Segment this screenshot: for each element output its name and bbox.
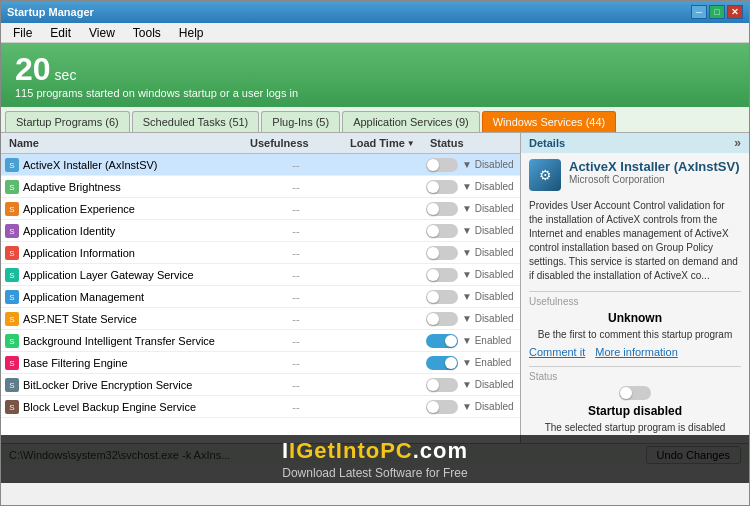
row-name: S Background Intelligent Transfer Servic… <box>5 333 246 349</box>
header-description: 115 programs started on windows startup … <box>15 87 735 99</box>
watermark-suffix: .com <box>413 438 468 463</box>
toggle-knob <box>427 269 439 281</box>
status-dropdown: ▼ Disabled <box>462 401 514 412</box>
status-main: Startup disabled <box>529 404 741 418</box>
row-status: ▼ Disabled <box>426 180 516 194</box>
status-dropdown: ▼ Disabled <box>462 247 514 258</box>
svg-text:S: S <box>9 161 14 170</box>
more-info-link[interactable]: More information <box>595 346 678 358</box>
row-status: ▼ Disabled <box>426 224 516 238</box>
row-toggle[interactable] <box>426 180 458 194</box>
table-row[interactable]: S Application Identity -- ▼ Disabled <box>1 220 520 242</box>
status-dropdown: ▼ Disabled <box>462 203 514 214</box>
row-name: S Base Filtering Engine <box>5 355 246 371</box>
toggle-knob <box>427 225 439 237</box>
table-row[interactable]: S ActiveX Installer (AxInstSV) -- ▼ Disa… <box>1 154 520 176</box>
table-row[interactable]: S Block Level Backup Engine Service -- ▼… <box>1 396 520 418</box>
row-toggle[interactable] <box>426 378 458 392</box>
status-description: The selected startup program is disabled <box>529 422 741 433</box>
table-row[interactable]: S BitLocker Drive Encryption Service -- … <box>1 374 520 396</box>
expand-icon[interactable]: » <box>734 136 741 150</box>
status-dropdown: ▼ Disabled <box>462 225 514 236</box>
table-row[interactable]: S Application Management -- ▼ Disabled <box>1 286 520 308</box>
table-row[interactable]: S Application Experience -- ▼ Disabled <box>1 198 520 220</box>
tab-plugins[interactable]: Plug-Ins (5) <box>261 111 340 132</box>
minimize-button[interactable]: ─ <box>691 5 707 19</box>
row-toggle[interactable] <box>426 268 458 282</box>
row-name: S ASP.NET State Service <box>5 311 246 327</box>
row-service-icon: S <box>5 224 19 238</box>
menu-item-file[interactable]: File <box>5 24 40 42</box>
watermark-inner: IIGetIntoPC.com Download Latest Software… <box>282 438 468 480</box>
row-toggle[interactable] <box>426 400 458 414</box>
row-toggle[interactable] <box>426 290 458 304</box>
row-toggle[interactable] <box>426 312 458 326</box>
svg-text:S: S <box>9 249 14 258</box>
toggle-knob <box>427 203 439 215</box>
row-service-icon: S <box>5 158 19 172</box>
row-name: S Application Layer Gateway Service <box>5 267 246 283</box>
toggle-knob <box>427 313 439 325</box>
table-row[interactable]: S Application Layer Gateway Service -- ▼… <box>1 264 520 286</box>
tab-scheduled[interactable]: Scheduled Tasks (51) <box>132 111 260 132</box>
row-toggle[interactable] <box>426 356 458 370</box>
usefulness-description: Be the first to comment this startup pro… <box>529 329 741 340</box>
status-toggle[interactable] <box>619 386 651 400</box>
row-toggle[interactable] <box>426 246 458 260</box>
tabs-bar: Startup Programs (6)Scheduled Tasks (51)… <box>1 107 749 133</box>
tab-appservices[interactable]: Application Services (9) <box>342 111 480 132</box>
menu-item-edit[interactable]: Edit <box>42 24 79 42</box>
toggle-knob <box>427 401 439 413</box>
row-usefulness: -- <box>246 269 346 281</box>
maximize-button[interactable]: □ <box>709 5 725 19</box>
details-content: ⚙ ActiveX Installer (AxInstSV) Microsoft… <box>521 153 749 443</box>
svg-text:S: S <box>9 359 14 368</box>
row-service-icon: S <box>5 356 19 370</box>
row-usefulness: -- <box>246 247 346 259</box>
row-usefulness: -- <box>246 335 346 347</box>
row-toggle[interactable] <box>426 158 458 172</box>
row-status: ▼ Disabled <box>426 400 516 414</box>
toggle-knob <box>427 159 439 171</box>
table-row[interactable]: S Background Intelligent Transfer Servic… <box>1 330 520 352</box>
svg-text:S: S <box>9 315 14 324</box>
table-row[interactable]: S Application Information -- ▼ Disabled <box>1 242 520 264</box>
menu-item-view[interactable]: View <box>81 24 123 42</box>
row-name: S Block Level Backup Engine Service <box>5 399 246 415</box>
row-name: S Adaptive Brightness <box>5 179 246 195</box>
row-toggle[interactable] <box>426 202 458 216</box>
close-button[interactable]: ✕ <box>727 5 743 19</box>
row-toggle[interactable] <box>426 334 458 348</box>
menu-item-help[interactable]: Help <box>171 24 212 42</box>
comment-link[interactable]: Comment it <box>529 346 585 358</box>
app-icon: ⚙ <box>529 159 561 191</box>
table-row[interactable]: S ASP.NET State Service -- ▼ Disabled <box>1 308 520 330</box>
toggle-knob <box>427 291 439 303</box>
row-status: ▼ Disabled <box>426 290 516 304</box>
tab-startup[interactable]: Startup Programs (6) <box>5 111 130 132</box>
title-bar: Startup Manager ─ □ ✕ <box>1 1 749 23</box>
row-name: S ActiveX Installer (AxInstSV) <box>5 157 246 173</box>
app-header: ⚙ ActiveX Installer (AxInstSV) Microsoft… <box>529 159 741 191</box>
watermark-text: IIGetIntoPC.com <box>282 438 468 463</box>
details-header: Details » <box>521 133 749 153</box>
row-status: ▼ Enabled <box>426 334 516 348</box>
app-publisher: Microsoft Corporation <box>569 174 740 185</box>
row-service-icon: S <box>5 246 19 260</box>
status-toggle-container <box>529 386 741 400</box>
row-name: S BitLocker Drive Encryption Service <box>5 377 246 393</box>
status-dropdown: ▼ Disabled <box>462 291 514 302</box>
row-status: ▼ Disabled <box>426 268 516 282</box>
table-row[interactable]: S Base Filtering Engine -- ▼ Enabled <box>1 352 520 374</box>
tab-winservices[interactable]: Windows Services (44) <box>482 111 616 132</box>
row-toggle[interactable] <box>426 224 458 238</box>
status-dropdown: ▼ Disabled <box>462 181 514 192</box>
row-usefulness: -- <box>246 181 346 193</box>
table-row[interactable]: S Adaptive Brightness -- ▼ Disabled <box>1 176 520 198</box>
row-name: S Application Management <box>5 289 246 305</box>
menu-item-tools[interactable]: Tools <box>125 24 169 42</box>
divider-1 <box>529 291 741 292</box>
row-service-icon: S <box>5 334 19 348</box>
col-usefulness: Usefulness <box>246 136 346 150</box>
row-usefulness: -- <box>246 357 346 369</box>
